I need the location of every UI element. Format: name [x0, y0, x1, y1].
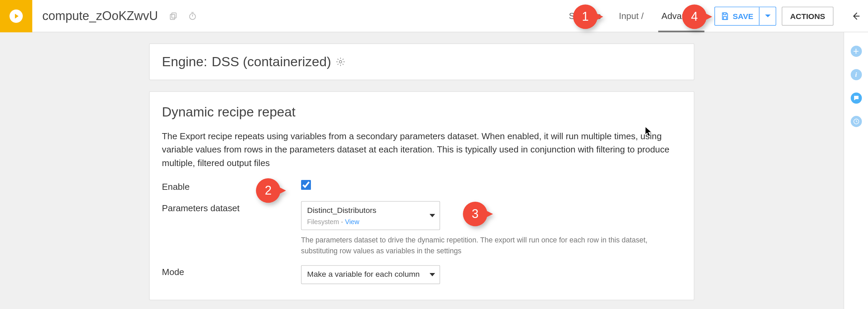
params-dataset-subline: Filesystem - View — [307, 217, 425, 226]
timer-icon[interactable] — [188, 12, 197, 20]
tab-settings[interactable]: Settings — [566, 0, 605, 32]
row-mode: Mode Make a variable for each column — [162, 266, 682, 284]
tab-advanced[interactable]: Advanced — [658, 0, 704, 32]
engine-prefix: Engine: — [162, 54, 208, 70]
top-bar: compute_zOoKZwvU Settings Input / Advanc… — [0, 0, 868, 32]
row-enable: Enable — [162, 180, 682, 192]
share-icon — [9, 9, 23, 23]
main-content: Engine: DSS (containerized) Dynamic reci… — [0, 32, 844, 309]
chevron-down-icon — [765, 13, 770, 19]
back-button[interactable] — [844, 0, 868, 32]
copy-icon[interactable] — [169, 12, 178, 20]
right-rail: + i — [844, 32, 868, 309]
enable-checkbox[interactable] — [301, 180, 311, 190]
svg-rect-7 — [724, 16, 727, 19]
svg-rect-2 — [170, 14, 175, 19]
save-icon — [721, 12, 729, 20]
params-dataset-help: The parameters dataset to drive the dyna… — [301, 235, 674, 257]
rail-history-button[interactable] — [850, 116, 862, 127]
tab-bar: Settings Input / Advanced — [566, 0, 704, 32]
actions-button[interactable]: ACTIONS — [782, 6, 834, 25]
engine-name: DSS (containerized) — [212, 54, 331, 70]
save-button[interactable]: SAVE — [715, 7, 759, 25]
recipe-name: compute_zOoKZwvU — [32, 8, 158, 23]
params-dataset-select[interactable]: Distinct_Distributors Filesystem - View — [301, 201, 440, 230]
svg-point-3 — [190, 13, 196, 19]
recipe-type-badge — [0, 0, 32, 32]
params-dataset-type: Filesystem — [307, 218, 339, 225]
rail-info-button[interactable]: i — [850, 69, 862, 80]
chevron-down-icon — [430, 214, 435, 217]
save-button-group: SAVE — [714, 6, 776, 25]
chat-icon — [853, 95, 860, 102]
enable-label: Enable — [162, 180, 301, 192]
header-actions: SAVE ACTIONS — [704, 0, 843, 32]
chevron-down-icon — [430, 273, 435, 276]
mode-label: Mode — [162, 266, 301, 278]
clock-icon — [853, 118, 860, 125]
section-title: Dynamic recipe repeat — [162, 104, 682, 120]
gear-icon[interactable] — [336, 57, 346, 67]
save-label: SAVE — [733, 12, 753, 20]
save-dropdown-button[interactable] — [759, 7, 775, 25]
tab-input-output[interactable]: Input / — [615, 0, 647, 32]
svg-point-9 — [339, 60, 342, 63]
params-dataset-view-link[interactable]: View — [345, 218, 359, 225]
header-meta-icons — [158, 0, 197, 32]
arrow-left-icon — [851, 11, 861, 21]
mode-value: Make a variable for each column — [307, 270, 420, 279]
params-dataset-value: Distinct_Distributors — [307, 206, 376, 215]
dynamic-repeat-card: Dynamic recipe repeat The Export recipe … — [149, 91, 694, 300]
engine-card: Engine: DSS (containerized) — [149, 43, 694, 80]
section-description: The Export recipe repeats using variable… — [162, 130, 682, 170]
params-dataset-label: Parameters dataset — [162, 201, 301, 213]
rail-add-button[interactable]: + — [850, 46, 862, 57]
rail-chat-button[interactable] — [850, 92, 862, 104]
svg-rect-1 — [172, 13, 176, 18]
mode-select[interactable]: Make a variable for each column — [301, 266, 440, 284]
row-params-dataset: Parameters dataset Distinct_Distributors… — [162, 201, 682, 256]
svg-rect-6 — [724, 13, 726, 14]
